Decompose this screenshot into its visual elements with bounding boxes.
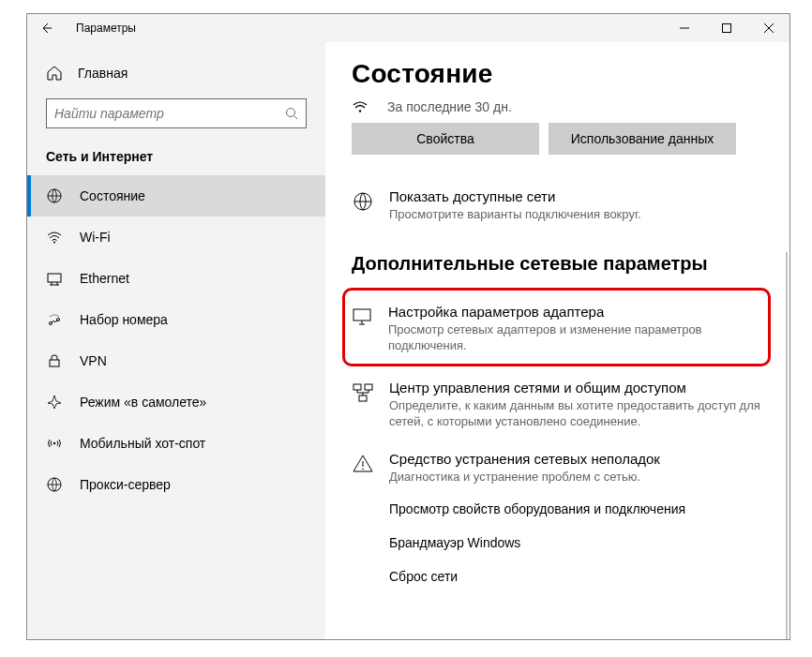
sidebar-item-label: Состояние [80, 188, 145, 203]
search-icon [285, 107, 298, 120]
sidebar-item-label: Набор номера [80, 312, 168, 327]
home-label: Главная [78, 66, 128, 81]
signal-icon [352, 98, 374, 115]
sidebar-item-label: Wi-Fi [80, 230, 111, 245]
properties-button[interactable]: Свойства [352, 123, 539, 155]
content-scrollbar[interactable] [786, 252, 788, 639]
titlebar: Параметры [27, 14, 789, 42]
home-icon [46, 65, 63, 82]
tile-title: Показать доступные сети [389, 188, 763, 204]
back-button[interactable] [27, 14, 65, 42]
sidebar-item-wifi[interactable]: Wi-Fi [27, 217, 325, 258]
svg-point-27 [362, 468, 364, 470]
sidebar-item-label: Прокси-сервер [80, 477, 171, 492]
svg-rect-2 [722, 24, 730, 33]
firewall-link[interactable]: Брандмауэр Windows [389, 535, 763, 550]
vpn-icon [46, 352, 63, 369]
network-reset-link[interactable]: Сброс сети [389, 569, 763, 584]
sidebar-item-label: VPN [80, 353, 107, 368]
highlight-annotation: Настройка параметров адаптера Просмотр с… [342, 288, 771, 366]
svg-point-18 [359, 110, 361, 112]
svg-point-8 [53, 242, 55, 244]
section-heading: Дополнительные сетевые параметры [352, 253, 763, 275]
sidebar-item-label: Ethernet [80, 271, 129, 286]
dialup-icon [46, 311, 63, 328]
maximize-button[interactable] [705, 14, 747, 42]
tile-desc: Просмотр сетевых адаптеров и изменение п… [388, 321, 759, 354]
sidebar-item-vpn[interactable]: VPN [27, 340, 325, 381]
proxy-icon [46, 476, 63, 493]
svg-rect-23 [353, 384, 361, 390]
sidebar-item-label: Режим «в самолете» [80, 395, 206, 410]
status-meta-text: За последние 30 дн. [387, 99, 512, 114]
network-share-icon [352, 381, 374, 404]
tile-title: Настройка параметров адаптера [388, 304, 759, 320]
data-usage-button[interactable]: Использование данных [549, 123, 736, 155]
svg-point-16 [53, 442, 55, 444]
wifi-icon [46, 229, 63, 246]
search-input[interactable] [46, 98, 307, 128]
search-field[interactable] [54, 106, 285, 121]
network-center-tile[interactable]: Центр управления сетями и общим доступом… [352, 376, 763, 447]
airplane-icon [46, 394, 63, 411]
ethernet-icon [46, 270, 63, 287]
adapter-settings-tile[interactable]: Настройка параметров адаптера Просмотр с… [351, 300, 759, 354]
svg-point-5 [287, 109, 295, 117]
tile-title: Центр управления сетями и общим доступом [389, 380, 763, 396]
svg-rect-9 [48, 274, 61, 282]
svg-line-6 [294, 116, 298, 120]
sidebar-item-label: Мобильный хот-спот [80, 436, 205, 451]
sidebar-item-hotspot[interactable]: Мобильный хот-спот [27, 423, 325, 464]
svg-rect-15 [50, 360, 59, 366]
status-icon [46, 187, 63, 204]
window-title: Параметры [65, 22, 136, 35]
close-button[interactable] [747, 14, 789, 42]
sidebar-item-status[interactable]: Состояние [27, 175, 325, 217]
tile-title: Средство устранения сетевых неполадок [389, 451, 763, 467]
monitor-icon [351, 306, 373, 328]
category-label: Сеть и Интернет [27, 145, 325, 175]
tile-desc: Определите, к каким данным вы хотите пре… [389, 397, 763, 430]
svg-point-13 [50, 322, 53, 325]
svg-rect-24 [365, 384, 372, 390]
tile-desc: Диагностика и устранение проблем с сетью… [389, 469, 763, 485]
sidebar: Главная Сеть и Интернет Состояние Wi-Fi … [27, 42, 325, 639]
troubleshoot-tile[interactable]: Средство устранения сетевых неполадок Ди… [352, 447, 763, 502]
hotspot-icon [46, 435, 63, 452]
svg-rect-25 [359, 396, 367, 401]
page-title: Состояние [352, 59, 763, 89]
sidebar-item-ethernet[interactable]: Ethernet [27, 258, 325, 299]
status-meta: За последние 30 дн. [352, 98, 763, 115]
svg-rect-20 [353, 309, 370, 321]
globe-icon [352, 190, 374, 213]
home-nav[interactable]: Главная [27, 59, 325, 87]
sidebar-item-proxy[interactable]: Прокси-сервер [27, 464, 325, 505]
show-networks-tile[interactable]: Показать доступные сети Просмотрите вари… [352, 185, 763, 240]
warning-icon [352, 453, 374, 475]
content-area: Состояние За последние 30 дн. Свойства И… [325, 42, 789, 639]
tile-desc: Просмотрите варианты подключения вокруг. [389, 206, 763, 223]
minimize-button[interactable] [663, 14, 705, 42]
svg-point-14 [57, 319, 60, 321]
hardware-properties-link[interactable]: Просмотр свойств оборудования и подключе… [389, 501, 763, 516]
sidebar-item-airplane[interactable]: Режим «в самолете» [27, 381, 325, 423]
sidebar-item-dialup[interactable]: Набор номера [27, 299, 325, 340]
